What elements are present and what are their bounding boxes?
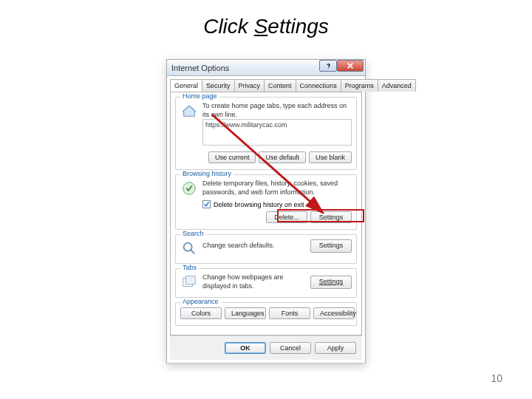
dialog-title: Internet Options xyxy=(170,64,229,72)
appearance-label: Appearance xyxy=(180,298,221,305)
use-current-button[interactable]: Use current xyxy=(208,151,256,163)
tab-content[interactable]: Content xyxy=(264,79,296,92)
delete-on-exit-label: Delete browsing history on exit xyxy=(214,201,304,208)
homepage-group: Home page To create home page tabs, type… xyxy=(175,97,357,170)
svg-rect-3 xyxy=(185,276,195,284)
home-icon xyxy=(180,102,198,120)
ok-button[interactable]: OK xyxy=(225,342,266,354)
page-number: 10 xyxy=(491,372,502,384)
tab-programs[interactable]: Programs xyxy=(341,79,378,92)
tab-body: Home page To create home page tabs, type… xyxy=(170,92,362,335)
tab-strip: General Security Privacy Content Connect… xyxy=(167,79,365,92)
dialog-footer: OK Cancel Apply xyxy=(170,335,362,360)
homepage-url-textarea[interactable] xyxy=(202,119,352,146)
tab-security[interactable]: Security xyxy=(202,79,235,92)
search-desc: Change search defaults. xyxy=(202,242,310,250)
help-button[interactable] xyxy=(319,60,337,72)
close-button[interactable] xyxy=(337,60,364,72)
tab-advanced[interactable]: Advanced xyxy=(378,79,416,92)
homepage-desc: To create home page tabs, type each addr… xyxy=(202,102,352,149)
search-label: Search xyxy=(180,230,206,237)
search-group: Search Change search defaults. Settings xyxy=(175,234,357,264)
tab-connections[interactable]: Connections xyxy=(296,79,341,92)
tabs-settings-button[interactable]: Settings xyxy=(310,276,352,289)
slide-title: Click Settings xyxy=(203,15,329,38)
cancel-button[interactable]: Cancel xyxy=(270,342,311,354)
tabs-desc: Change how webpages are displayed in tab… xyxy=(202,273,310,290)
history-settings-button[interactable]: Settings xyxy=(310,211,352,223)
history-icon xyxy=(180,180,198,197)
history-group: Browsing history Delete temporary files,… xyxy=(175,174,357,230)
slide-title-suffix: ettings xyxy=(267,15,329,38)
fonts-button[interactable]: Fonts xyxy=(269,307,310,319)
tabs-icon xyxy=(180,273,198,291)
accessibility-button[interactable]: Accessibility xyxy=(313,307,355,319)
appearance-group: Appearance Colors Languages Fonts Access… xyxy=(175,302,357,326)
slide-title-prefix: Click xyxy=(203,15,253,38)
delete-on-exit-checkbox[interactable] xyxy=(202,200,211,208)
tabs-group-label: Tabs xyxy=(180,264,199,271)
history-delete-button[interactable]: Delete... xyxy=(266,211,307,223)
colors-button[interactable]: Colors xyxy=(180,307,222,319)
tabs-group: Tabs Change how webpages are displayed i… xyxy=(175,268,357,298)
search-settings-button[interactable]: Settings xyxy=(310,239,352,253)
slide-title-underlined: S xyxy=(254,15,268,38)
homepage-desc-text: To create home page tabs, type each addr… xyxy=(202,102,352,119)
use-default-button[interactable]: Use default xyxy=(259,151,306,163)
languages-button[interactable]: Languages xyxy=(225,307,266,319)
search-icon xyxy=(180,239,198,257)
history-label: Browsing history xyxy=(180,170,233,177)
titlebar[interactable]: Internet Options xyxy=(167,60,365,76)
history-desc: Delete temporary files, history, cookies… xyxy=(202,180,352,197)
internet-options-dialog: Internet Options General Security Privac… xyxy=(166,59,366,364)
use-blank-button[interactable]: Use blank xyxy=(309,151,352,163)
tab-general[interactable]: General xyxy=(170,79,202,92)
tab-privacy[interactable]: Privacy xyxy=(234,79,265,92)
homepage-label: Home page xyxy=(180,92,219,100)
apply-button[interactable]: Apply xyxy=(315,342,356,354)
